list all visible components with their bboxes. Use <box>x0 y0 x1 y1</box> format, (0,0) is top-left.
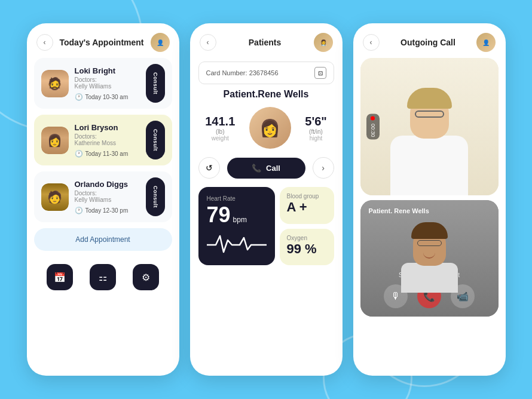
doctor-figure <box>360 94 499 195</box>
doctor-glasses <box>415 111 444 118</box>
appointment-time-2: 🕐 Today 11-30 am <box>75 150 140 158</box>
appointment-time-1: 🕐 Today 10-30 am <box>75 93 140 101</box>
heart-rate-label: Heart Rate <box>207 195 267 202</box>
doctor-video-panel: 00:30 <box>360 58 499 195</box>
phones-container: ‹ Today's Appointment 👤 🧔 Loki Bright Do… <box>27 23 506 376</box>
refresh-button[interactable]: ↺ <box>198 157 220 179</box>
height-stat: 5'6" (ft/in) hight <box>305 115 326 142</box>
heart-rate-unit: bpm <box>233 216 247 224</box>
call-avatar: 👤 <box>476 33 496 52</box>
patient-full-name: Patient.Rene Wells <box>190 89 343 100</box>
patient-figure <box>360 227 499 293</box>
patient-avatar-1: 🧔 <box>41 70 69 97</box>
clock-icon-1: 🕐 <box>75 93 83 101</box>
patient-glasses <box>417 240 442 246</box>
right-health-cards: Blood group A + Oxygen 99 % <box>280 187 334 265</box>
call-avatar-img: 👤 <box>476 33 496 52</box>
doctor-label-1: Doctors: Kelly Williams <box>75 76 140 90</box>
card-number-text: Card Number: 23678456 <box>206 69 279 76</box>
call-back-button[interactable]: ‹ <box>363 34 380 51</box>
blood-group-value: A + <box>287 200 327 215</box>
patient-name-2: Lori Bryson <box>75 123 140 132</box>
weight-stat: 141.1 (lb) weight <box>205 115 235 142</box>
patient-video-bg: Patient. Rene Wells Swipe Up To Comment … <box>360 200 499 317</box>
height-value: 5'6" <box>305 115 326 128</box>
blood-group-label: Blood group <box>287 193 327 200</box>
patient-face-1: 🧔 <box>41 70 69 97</box>
appointments-title: Today's Appointment <box>60 38 144 47</box>
calendar-icon: 📅 <box>54 272 66 283</box>
patient-face-3: 🧑 <box>41 183 69 211</box>
patient-name-1: Loki Bright <box>75 66 140 75</box>
appointment-time-3: 🕐 Today 12-30 pm <box>75 207 140 214</box>
blood-group-card: Blood group A + <box>280 187 334 224</box>
patient-video-name: Patient. Rene Wells <box>369 207 429 214</box>
patient-shoulders <box>401 263 458 293</box>
consult-button-1[interactable]: Consult <box>146 64 165 103</box>
height-unit: (ft/in) <box>305 128 326 135</box>
phone-icon: 📞 <box>252 164 261 173</box>
ecg-line <box>207 233 267 257</box>
doctor-video-bg: 00:30 <box>360 58 499 195</box>
health-cards: Heart Rate 79 bpm Blood group A + Oxy <box>190 187 343 265</box>
nav-grid-button[interactable]: ⚏ <box>90 264 116 290</box>
phone-patients: ‹ Patients 👩‍⚕️ Card Number: 23678456 ⊡ … <box>190 23 343 376</box>
appointment-list: 🧔 Loki Bright Doctors: Kelly Williams 🕐 … <box>27 58 179 222</box>
scan-icon[interactable]: ⊡ <box>314 67 326 79</box>
consult-button-3[interactable]: Consult <box>146 177 165 216</box>
oxygen-card: Oxygen 99 % <box>280 229 334 266</box>
oxygen-value: 99 % <box>287 241 327 257</box>
patient-photo: 👩 <box>249 107 291 149</box>
patients-header: ‹ Patients 👩‍⚕️ <box>190 23 343 58</box>
doctor-label-2: Doctors: Katherine Moss <box>75 133 140 146</box>
back-button[interactable]: ‹ <box>36 34 53 51</box>
weight-value: 141.1 <box>205 115 235 128</box>
appointment-info-3: Orlando Diggs Doctors: Kelly Williams 🕐 … <box>75 180 140 214</box>
phone-appointments: ‹ Today's Appointment 👤 🧔 Loki Bright Do… <box>27 23 179 376</box>
heart-rate-card: Heart Rate 79 bpm <box>198 187 275 265</box>
user-avatar: 👤 <box>151 33 170 52</box>
call-button[interactable]: 📞 Call <box>227 158 305 179</box>
clock-icon-3: 🕐 <box>75 207 83 214</box>
patient-avatar-2: 👩 <box>41 127 69 154</box>
doctor-label-3: Doctors: Kelly Williams <box>75 190 140 203</box>
phone-call: ‹ Outgoing Call 👤 00:3 <box>353 23 506 376</box>
patient-smile <box>423 253 435 259</box>
weight-unit: (lb) <box>205 128 235 135</box>
card-number-row: Card Number: 23678456 ⊡ <box>198 62 334 84</box>
patient-name-3: Orlando Diggs <box>75 180 140 189</box>
patients-title: Patients <box>249 38 281 47</box>
doctor-head <box>410 94 449 139</box>
appointment-item-1: 🧔 Loki Bright Doctors: Kelly Williams 🕐 … <box>34 58 172 109</box>
appointment-item-3: 🧑 Orlando Diggs Doctors: Kelly Williams … <box>34 171 172 222</box>
call-timer: 00:30 <box>366 113 380 139</box>
patient-avatar-3: 🧑 <box>41 183 69 211</box>
appointment-info-1: Loki Bright Doctors: Kelly Williams 🕐 To… <box>75 66 140 101</box>
patients-back-button[interactable]: ‹ <box>200 34 216 51</box>
consult-button-2[interactable]: Consult <box>146 121 165 159</box>
patient-video-panel: Patient. Rene Wells Swipe Up To Comment … <box>360 200 499 317</box>
call-action-row: ↺ 📞 Call › <box>198 157 334 179</box>
patients-avatar: 👩‍⚕️ <box>314 33 333 52</box>
doctor-coat <box>390 136 468 195</box>
appointments-header: ‹ Today's Appointment 👤 <box>27 23 179 58</box>
height-label: hight <box>305 135 326 142</box>
heart-rate-value: 79 <box>207 204 231 226</box>
next-button[interactable]: › <box>313 157 334 179</box>
call-header: ‹ Outgoing Call 👤 <box>353 23 506 58</box>
nav-calendar-button[interactable]: 📅 <box>47 264 73 290</box>
bottom-navigation: 📅 ⚏ ⚙ <box>27 257 179 297</box>
recording-dot <box>371 116 375 120</box>
patient-head <box>413 227 446 266</box>
weight-label: weight <box>205 135 235 142</box>
add-appointment-button[interactable]: Add Appointment <box>34 228 172 251</box>
settings-icon: ⚙ <box>142 272 150 283</box>
patient-face-2: 👩 <box>41 127 69 154</box>
patients-avatar-img: 👩‍⚕️ <box>314 33 333 52</box>
nav-settings-button[interactable]: ⚙ <box>133 264 159 290</box>
user-avatar-img: 👤 <box>151 33 170 52</box>
patient-stats: 141.1 (lb) weight 👩 5'6" (ft/in) hight <box>190 107 343 149</box>
grid-icon: ⚏ <box>99 272 107 283</box>
appointment-item-2: 👩 Lori Bryson Doctors: Katherine Moss 🕐 … <box>34 115 172 165</box>
patient-hair <box>411 222 448 239</box>
